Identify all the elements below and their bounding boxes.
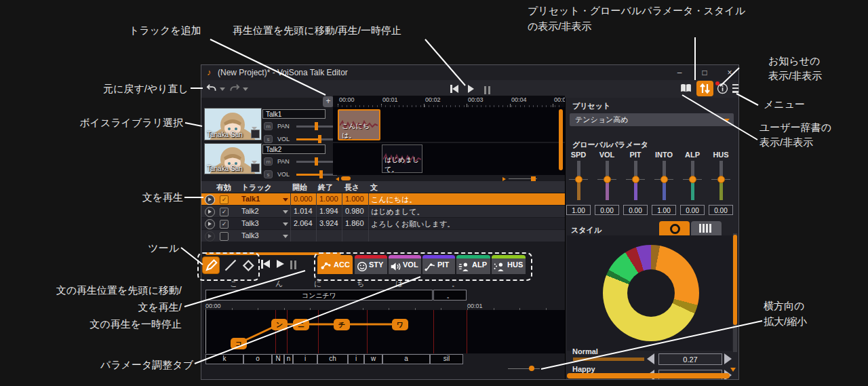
cell-start[interactable]: 0.000 bbox=[294, 195, 313, 203]
phoneme-box[interactable]: a bbox=[382, 354, 430, 364]
voice-library-selector[interactable]: Tanaka San bbox=[204, 108, 262, 140]
style-decrement-button[interactable] bbox=[647, 353, 654, 364]
style-donut[interactable] bbox=[603, 245, 699, 341]
phoneme-box[interactable]: w bbox=[364, 354, 382, 364]
track-vertical-scrollbar[interactable] bbox=[559, 109, 563, 170]
undo-menu-caret[interactable] bbox=[220, 88, 225, 91]
cell-end[interactable]: 1.000 bbox=[319, 195, 338, 203]
row-track-caret[interactable] bbox=[283, 198, 288, 201]
phoneme-box[interactable]: i bbox=[348, 354, 364, 364]
sentence-skip-button[interactable] bbox=[261, 260, 270, 272]
redo-menu-caret[interactable] bbox=[243, 88, 248, 91]
mute-button[interactable]: m bbox=[264, 122, 273, 130]
minimize-button[interactable]: – bbox=[669, 65, 690, 80]
cell-start[interactable]: 2.064 bbox=[294, 219, 313, 227]
row-track-select[interactable]: Talk1 bbox=[241, 195, 260, 203]
row-track-select[interactable]: Talk2 bbox=[241, 207, 259, 215]
sentence-pause-button[interactable] bbox=[290, 260, 296, 272]
row-play-button[interactable] bbox=[205, 195, 215, 205]
voice-select-caret[interactable] bbox=[251, 130, 260, 138]
line-tool-button[interactable] bbox=[222, 256, 239, 274]
pan-slider-handle[interactable] bbox=[315, 122, 318, 130]
row-track-select[interactable]: Talk3 bbox=[241, 231, 259, 239]
panel-scrollbar-thumb[interactable] bbox=[733, 235, 737, 325]
track-name-input[interactable]: Talk2 bbox=[262, 144, 326, 154]
talk-clip[interactable]: こんにちは。 bbox=[338, 109, 380, 140]
user-dictionary-button[interactable] bbox=[679, 83, 692, 96]
param-knob[interactable] bbox=[660, 176, 668, 183]
track-name-input[interactable]: Talk1 bbox=[262, 109, 326, 119]
track-zoom-handle[interactable] bbox=[531, 176, 536, 181]
row-play-button[interactable] bbox=[205, 231, 215, 242]
solo-button[interactable]: s bbox=[264, 135, 273, 143]
redo-button[interactable] bbox=[229, 83, 241, 98]
cell-end[interactable]: 3.924 bbox=[319, 219, 338, 227]
row-enabled-checkbox[interactable]: ✓ bbox=[220, 220, 229, 229]
panel-scroll-down-arrow[interactable] bbox=[730, 368, 736, 372]
accent-node[interactable]: チ bbox=[334, 319, 350, 330]
notifications-button[interactable] bbox=[717, 83, 728, 97]
param-knob[interactable] bbox=[717, 176, 725, 183]
param-value[interactable]: 0.00 bbox=[623, 205, 648, 215]
reading-punct-box[interactable]: 。 bbox=[433, 290, 467, 301]
tab-pit[interactable]: PIT bbox=[422, 255, 455, 274]
horizontal-zoom-slider[interactable] bbox=[508, 368, 540, 369]
tab-sty[interactable]: STY bbox=[355, 255, 387, 274]
cell-text[interactable]: よろしくお願いします。 bbox=[371, 219, 454, 229]
table-row[interactable]: ✓ Talk3 2.064 3.924 1.860 よろしくお願いします。 bbox=[201, 218, 565, 229]
phoneme-box[interactable]: n bbox=[284, 354, 293, 364]
cell-start[interactable]: 1.014 bbox=[294, 207, 313, 215]
panel-toggle-button[interactable] bbox=[696, 81, 713, 96]
row-enabled-checkbox[interactable]: ✓ bbox=[220, 208, 229, 216]
close-button[interactable]: × bbox=[719, 65, 739, 80]
style-donut-tab[interactable] bbox=[659, 221, 690, 235]
menu-button[interactable] bbox=[732, 84, 739, 93]
phoneme-box[interactable]: N bbox=[272, 354, 284, 364]
style-value-box[interactable]: 0.27 bbox=[658, 353, 722, 365]
voice-select-caret[interactable] bbox=[251, 163, 260, 172]
tab-acc[interactable]: ACC bbox=[317, 255, 353, 274]
accent-editor-area[interactable]: コ ン ニ チ ワ bbox=[204, 310, 565, 353]
solo-button[interactable]: s bbox=[264, 170, 273, 178]
param-value[interactable]: 1.00 bbox=[652, 205, 676, 215]
style-increment-button[interactable] bbox=[724, 353, 732, 364]
table-row[interactable]: ✓ Talk1 0.000 1.000 1.000 こんにちは。 bbox=[201, 193, 565, 205]
style-bars-tab[interactable] bbox=[691, 221, 722, 235]
cell-text[interactable]: はじめまして。 bbox=[371, 207, 425, 217]
cell-text[interactable]: こんにちは。 bbox=[371, 195, 416, 205]
vol-slider-handle[interactable] bbox=[319, 170, 323, 178]
param-value[interactable]: 0.00 bbox=[709, 205, 733, 215]
row-enabled-checkbox[interactable] bbox=[220, 232, 229, 241]
horizontal-zoom-handle[interactable] bbox=[529, 366, 534, 371]
reading-box[interactable]: コンニチワ bbox=[205, 290, 433, 301]
play-button[interactable] bbox=[468, 85, 474, 93]
tab-vol[interactable]: VOL bbox=[389, 255, 421, 274]
preset-dropdown[interactable]: テンション高め bbox=[570, 113, 734, 126]
table-row[interactable]: ✓ Talk2 1.014 1.994 0.980 はじめまして。 bbox=[201, 206, 565, 217]
diamond-tool-button[interactable] bbox=[239, 256, 257, 274]
title-bar[interactable]: ♪ (New Project)* - VoiSona Talk Editor –… bbox=[201, 65, 739, 80]
row-track-caret[interactable] bbox=[283, 235, 288, 238]
maximize-button[interactable]: □ bbox=[694, 65, 715, 80]
undo-button[interactable] bbox=[205, 83, 218, 98]
param-knob[interactable] bbox=[604, 176, 611, 183]
phoneme-box[interactable]: o bbox=[243, 354, 272, 364]
tab-alp[interactable]: ALP bbox=[456, 255, 490, 274]
table-row[interactable]: Talk3 bbox=[201, 230, 565, 242]
phoneme-box[interactable]: k bbox=[205, 354, 243, 364]
cell-length[interactable]: 0.980 bbox=[345, 207, 364, 215]
sentence-play-button[interactable] bbox=[277, 260, 284, 268]
phoneme-box[interactable]: ch bbox=[317, 354, 348, 364]
timeline-ruler[interactable]: 00:00 00:01 00:02 00:03 00:04 00:05 bbox=[333, 96, 565, 107]
add-track-button[interactable]: + bbox=[323, 96, 334, 107]
row-play-button[interactable] bbox=[205, 219, 215, 229]
cell-length[interactable]: 1.000 bbox=[345, 195, 364, 203]
row-track-caret[interactable] bbox=[283, 210, 288, 214]
cell-end[interactable]: 1.994 bbox=[319, 207, 338, 215]
track-horizontal-scrollbar[interactable] bbox=[341, 176, 351, 180]
tab-hus[interactable]: HUS bbox=[492, 255, 526, 274]
phoneme-box[interactable]: sil bbox=[430, 354, 463, 364]
cell-length[interactable]: 1.860 bbox=[345, 219, 364, 227]
row-track-select[interactable]: Talk3 bbox=[241, 219, 259, 227]
accent-node[interactable]: ワ bbox=[392, 319, 408, 330]
